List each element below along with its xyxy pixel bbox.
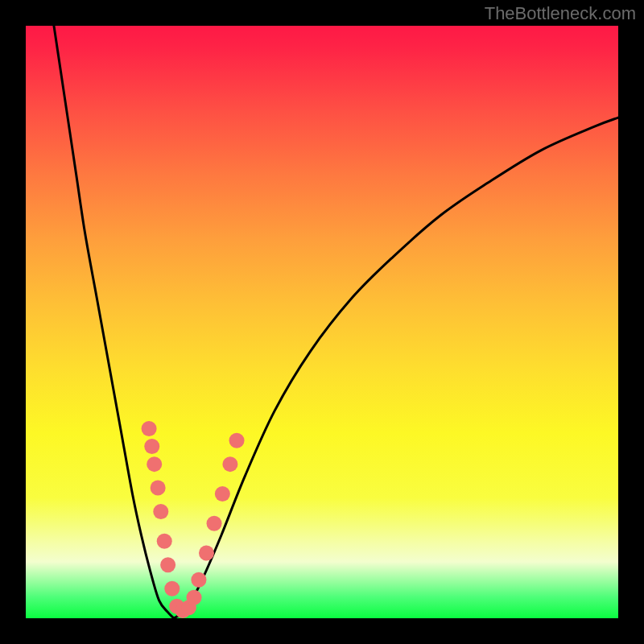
data-marker bbox=[187, 590, 202, 605]
data-marker bbox=[160, 557, 175, 572]
right-curve bbox=[174, 118, 618, 618]
data-marker bbox=[215, 486, 230, 502]
plot-area bbox=[26, 26, 618, 618]
data-marker bbox=[207, 516, 222, 531]
data-marker bbox=[142, 421, 157, 436]
data-marker bbox=[153, 504, 168, 519]
data-marker bbox=[222, 456, 237, 472]
data-marker bbox=[229, 433, 245, 448]
left-curve bbox=[49, 26, 174, 618]
data-marker bbox=[164, 581, 180, 597]
data-marker bbox=[199, 546, 214, 561]
attribution-text: TheBottleneck.com bbox=[485, 3, 636, 24]
data-marker bbox=[157, 534, 172, 549]
data-marker bbox=[151, 481, 166, 496]
chart-frame: TheBottleneck.com bbox=[0, 0, 644, 644]
data-marker bbox=[147, 456, 162, 472]
chart-svg bbox=[26, 26, 618, 618]
data-markers bbox=[142, 421, 245, 618]
data-marker bbox=[191, 572, 206, 588]
data-marker bbox=[144, 439, 159, 454]
